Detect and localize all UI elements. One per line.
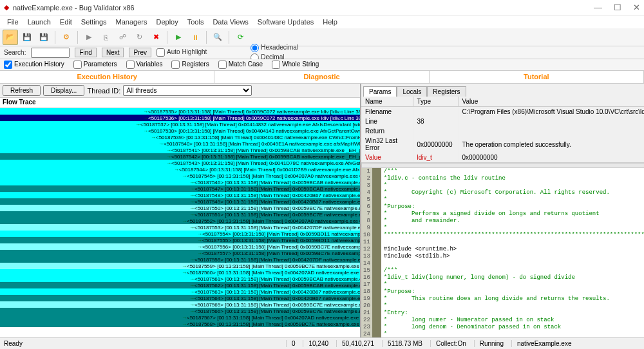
trace-row[interactable]: →<50187562> [00:13:31:158] [Main Thread]… (0, 282, 360, 288)
auto-highlight-check[interactable]: Auto Highlight (156, 48, 207, 57)
trace-row[interactable]: →<50187553> [00:13:31:158] [Main Thread]… (0, 224, 360, 231)
save-all-icon[interactable]: 💾 (36, 30, 52, 45)
tab-diagnostic[interactable]: Diagnostic (214, 71, 429, 83)
trace-row[interactable]: →<50187560> [00:13:31:158] [Main Thread]… (0, 269, 360, 276)
prev-button[interactable]: Prev (129, 48, 151, 57)
menu-software-updates[interactable]: Software Updates (254, 17, 317, 27)
menu-edit[interactable]: Edit (57, 17, 75, 27)
trace-row[interactable]: →<50187546> [00:13:31:158] [Main Thread]… (0, 179, 360, 185)
col-name[interactable]: Name (361, 97, 413, 107)
menu-tools[interactable]: Tools (184, 17, 207, 27)
trace-row[interactable]: →<50187550> [00:13:31:158] [Main Thread]… (0, 205, 360, 211)
trace-row[interactable]: →<50187542> [00:13:31:158] [Main Thread]… (0, 153, 360, 160)
trace-row[interactable]: →<50187538> [00:13:31:158] [Main Thread]… (0, 127, 360, 134)
trace-row[interactable]: →<50187537> [00:13:31:158] [Main Thread]… (0, 121, 360, 127)
trace-row[interactable]: →<50187535> [00:13:31:158] [Main Thread]… (0, 108, 360, 115)
horizontal-scrollbar[interactable] (361, 163, 644, 168)
prop-row[interactable]: Return (361, 126, 644, 136)
wholestring-check[interactable]: Whole String (272, 61, 319, 69)
find-button[interactable]: Find (75, 48, 96, 57)
menu-deploy[interactable]: Deploy (153, 17, 181, 27)
trace-row[interactable]: →<50187543> [00:13:31:158] [Main Thread]… (0, 160, 360, 166)
trace-row[interactable]: →<50187539> [00:13:31:158] [Main Thread]… (0, 134, 360, 140)
trace-row[interactable]: →<50187568> [00:13:31:158] [Main Thread]… (0, 321, 360, 327)
trace-row[interactable]: →<50187559> [00:13:31:158] [Main Thread]… (0, 263, 360, 269)
trace-row[interactable]: →<50187567> [00:13:31:158] [Main Thread]… (0, 314, 360, 321)
menu-help[interactable]: Help (319, 17, 341, 27)
gear-icon[interactable]: ⚙ (59, 30, 74, 45)
trace-row[interactable]: →<50187563> [00:13:31:158] [Main Thread]… (0, 288, 360, 295)
trace-row[interactable]: →<50187536> [00:13:31:158] [Main Thread]… (0, 115, 360, 121)
flow-trace-header: Flow Trace (0, 98, 360, 108)
col-value[interactable]: Value (458, 97, 644, 107)
search-input[interactable] (31, 48, 70, 58)
trace-row[interactable]: →<50187548> [00:13:31:158] [Main Thread]… (0, 192, 360, 198)
refresh-icon[interactable]: ↻ (131, 30, 147, 45)
close-button[interactable]: ✕ (633, 3, 640, 12)
main-toolbar: 📂 💾 💾 ⚙ ▶ ⎘ ☍ ↻ ✖ ▶ ⏸ 🔍 ⟳ (0, 28, 644, 46)
trace-row[interactable]: →<50187565> [00:13:31:158] [Main Thread]… (0, 301, 360, 308)
save-icon[interactable]: 💾 (19, 30, 35, 45)
trace-row[interactable]: →<50187555> [00:13:31:158] [Main Thread]… (0, 237, 360, 243)
menu-data-views[interactable]: Data Views (209, 17, 251, 27)
trace-row[interactable]: →<50187545> [00:13:31:158] [Main Thread]… (0, 173, 360, 179)
trace-row[interactable]: →<50187557> [00:13:31:158] [Main Thread]… (0, 250, 360, 256)
trace-row[interactable]: →<50187566> [00:13:31:158] [Main Thread]… (0, 308, 360, 314)
prop-row[interactable]: Line38 (361, 117, 644, 126)
thread-select[interactable]: All threads (123, 85, 252, 96)
attach-icon[interactable]: ⎘ (98, 30, 113, 45)
exec-history-check[interactable]: Execution History (4, 61, 64, 69)
menu-file[interactable]: File (4, 17, 22, 27)
trace-row[interactable]: →<50187549> [00:13:31:158] [Main Thread]… (0, 198, 360, 205)
play-icon[interactable]: ▶ (171, 30, 186, 45)
trace-list[interactable]: →<50187535> [00:13:31:158] [Main Thread]… (0, 108, 360, 337)
pause-icon[interactable]: ⏸ (187, 30, 203, 45)
maximize-button[interactable]: ☐ (614, 3, 621, 12)
trace-row[interactable]: →<50187547> [00:13:31:158] [Main Thread]… (0, 185, 360, 192)
trace-row[interactable]: →<50187556> [00:13:31:158] [Main Thread]… (0, 243, 360, 250)
refresh-button[interactable]: Refresh (3, 85, 41, 96)
matchcase-check[interactable]: Match Case (218, 61, 263, 69)
trace-row[interactable]: →<50187544> [00:13:31:158] [Main Thread]… (0, 166, 360, 173)
stop-icon[interactable]: ✖ (148, 30, 164, 45)
prop-row[interactable]: Win32 Last Error0x00000000The operation … (361, 136, 644, 153)
vars-check[interactable]: Variables (126, 61, 163, 69)
sep (206, 31, 207, 44)
col-type[interactable]: Type (413, 97, 458, 107)
trace-row[interactable]: →<50187551> [00:13:31:158] [Main Thread]… (0, 211, 360, 218)
hex-radio[interactable]: Hexadecimal (251, 44, 298, 52)
menu-managers[interactable]: Managers (113, 17, 151, 27)
zoom-icon[interactable]: 🔍 (210, 30, 225, 45)
trace-pane: Refresh Display... Thread ID: All thread… (0, 84, 361, 337)
prop-row[interactable]: Valueldiv_t0x00000000 (361, 153, 644, 162)
menu-settings[interactable]: Settings (78, 17, 110, 27)
trace-row[interactable]: →<50187541> [00:13:31:158] [Main Thread]… (0, 147, 360, 153)
sep (77, 31, 78, 44)
regs-check[interactable]: Registers (171, 61, 209, 69)
tab-tutorial[interactable]: Tutorial (430, 71, 644, 83)
status-exe: nativeExample.exe (511, 340, 640, 347)
tab-registers[interactable]: Registers (427, 86, 466, 97)
trace-row[interactable]: →<50187558> [00:13:31:158] [Main Thread]… (0, 256, 360, 263)
process-icon[interactable]: ☍ (115, 30, 130, 45)
code-viewer[interactable]: 1234567891011121314151617181920212223242… (361, 168, 644, 337)
trace-row[interactable]: →<50187564> [00:13:31:158] [Main Thread]… (0, 295, 360, 301)
run-icon[interactable]: ▶ (81, 30, 97, 45)
menu-launch[interactable]: Launch (24, 17, 54, 27)
params-check[interactable]: Parameters (73, 61, 117, 69)
tab-locals[interactable]: Locals (397, 86, 427, 97)
trace-row[interactable]: →<50187561> [00:13:31:158] [Main Thread]… (0, 276, 360, 282)
display-button[interactable]: Display... (43, 85, 84, 96)
tab-execution-history[interactable]: Execution History (0, 71, 214, 83)
prop-row[interactable]: FilenameC:\Program Files (x86)\Microsoft… (361, 107, 644, 117)
tab-params[interactable]: Params (363, 86, 397, 97)
open-icon[interactable]: 📂 (3, 30, 18, 45)
trace-row[interactable]: →<50187554> [00:13:31:158] [Main Thread]… (0, 231, 360, 237)
trace-row[interactable]: →<50187540> [00:13:31:158] [Main Thread]… (0, 140, 360, 147)
cycle-icon[interactable]: ⟳ (232, 30, 248, 45)
app-icon: ◆ (4, 3, 9, 12)
detail-pane: Params Locals Registers Name Type Value … (361, 84, 644, 337)
minimize-button[interactable]: — (594, 3, 602, 12)
next-button[interactable]: Next (102, 48, 124, 57)
trace-row[interactable]: →<50187552> [00:13:31:158] [Main Thread]… (0, 218, 360, 224)
